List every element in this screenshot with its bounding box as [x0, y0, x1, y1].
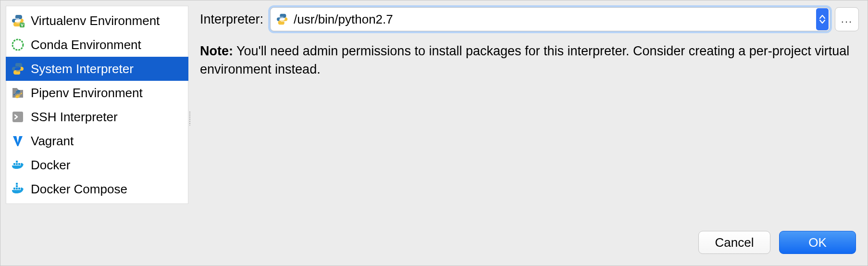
sidebar-item-docker[interactable]: Docker — [6, 153, 188, 177]
browse-button[interactable]: ... — [835, 7, 859, 31]
svg-rect-10 — [18, 188, 20, 190]
cancel-button[interactable]: Cancel — [698, 231, 770, 254]
ssh-icon — [11, 110, 25, 124]
note-prefix: Note: — [200, 44, 233, 58]
conda-icon — [11, 38, 25, 52]
sidebar-item-vagrant[interactable]: Vagrant — [6, 129, 188, 153]
svg-rect-4 — [13, 163, 15, 165]
svg-rect-11 — [16, 185, 18, 187]
svg-rect-12 — [16, 183, 18, 185]
svg-rect-9 — [16, 188, 18, 190]
sidebar-item-label: System Interpreter — [31, 62, 134, 76]
docker-icon — [11, 158, 25, 172]
sidebar-item-label: Virtualenv Environment — [31, 13, 160, 28]
sidebar-item-label: Docker Compose — [31, 182, 127, 197]
sidebar-item-label: Docker — [31, 158, 70, 173]
svg-rect-6 — [18, 163, 20, 165]
sidebar-item-label: Conda Environment — [31, 38, 141, 52]
combobox-stepper-icon — [816, 8, 829, 30]
sidebar-item-system-interpreter[interactable]: System Interpreter — [6, 57, 188, 81]
docker-compose-icon — [11, 182, 25, 196]
sidebar-item-label: Pipenv Environment — [31, 86, 143, 101]
svg-point-2 — [12, 39, 23, 50]
interpreter-type-sidebar: V Virtualenv Environment Conda Environme… — [6, 6, 188, 204]
python-icon — [11, 62, 25, 76]
svg-rect-7 — [16, 161, 18, 163]
note-body: You'll need admin permissions to install… — [200, 44, 849, 76]
sidebar-item-docker-compose[interactable]: Docker Compose — [6, 177, 188, 201]
svg-rect-5 — [16, 163, 18, 165]
ok-button[interactable]: OK — [779, 231, 856, 254]
sidebar-item-label: SSH Interpreter — [31, 110, 118, 125]
sidebar-item-pipenv[interactable]: Pipenv Environment — [6, 81, 188, 105]
dialog-footer: Cancel OK — [0, 231, 868, 266]
content-panel: Interpreter: /usr/bin/python2.7 — [191, 0, 868, 79]
interpreter-combobox[interactable]: /usr/bin/python2.7 — [270, 7, 830, 31]
pipenv-icon — [11, 86, 25, 100]
python-venv-icon: V — [11, 13, 25, 28]
sidebar-item-label: Vagrant — [31, 134, 74, 149]
svg-text:V: V — [21, 23, 24, 27]
note-text: Note: You'll need admin permissions to i… — [200, 42, 859, 79]
sidebar-item-ssh[interactable]: SSH Interpreter — [6, 105, 188, 129]
interpreter-label: Interpreter: — [200, 12, 263, 27]
vagrant-icon — [11, 134, 25, 148]
sidebar-item-conda[interactable]: Conda Environment — [6, 33, 188, 57]
sidebar-item-virtualenv[interactable]: V Virtualenv Environment — [6, 9, 188, 33]
svg-rect-8 — [13, 188, 15, 190]
python-icon — [275, 13, 289, 26]
interpreter-value: /usr/bin/python2.7 — [294, 12, 815, 27]
